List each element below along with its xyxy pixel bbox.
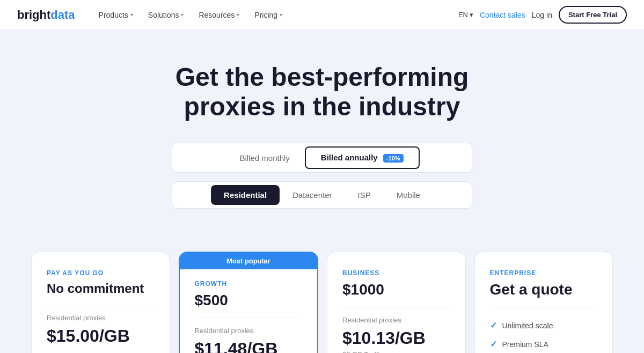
language-selector[interactable]: EN ▾	[458, 11, 473, 19]
chevron-down-icon: ▾	[237, 12, 239, 18]
plan-growth-label: GROWTH	[195, 280, 303, 288]
divider	[195, 318, 303, 318]
tab-billed-monthly[interactable]: Billed monthly	[224, 146, 304, 169]
nav-products[interactable]: Products ▾	[92, 8, 140, 23]
chevron-down-icon: ▾	[280, 12, 282, 18]
plan-growth-proxy-type: Residential proxies	[195, 327, 303, 335]
pricing-section: PAY AS YOU GO No commitment Residential …	[0, 252, 644, 353]
start-free-trial-nav-button[interactable]: Start Free Trial	[559, 6, 627, 24]
plan-business-price-per-gb: $10.13/GB	[342, 328, 450, 348]
plan-payg-price-per-gb: $15.00/GB	[47, 326, 155, 346]
plan-business-price: $1000	[342, 281, 450, 298]
chevron-down-icon: ▾	[470, 11, 473, 19]
plan-payg-proxy-type: Residential proxies	[47, 314, 155, 322]
tab-isp[interactable]: ISP	[345, 185, 384, 205]
divider	[490, 307, 598, 307]
plan-enterprise-price: Get a quote	[490, 281, 598, 298]
tab-billed-annually[interactable]: Billed annually -10%	[305, 146, 420, 169]
plan-payg-label: PAY AS YOU GO	[47, 269, 155, 277]
divider	[342, 307, 450, 307]
popular-badge: Most popular	[180, 253, 318, 269]
chevron-down-icon: ▾	[130, 12, 133, 18]
discount-badge: -10%	[383, 154, 404, 163]
tab-datacenter[interactable]: Datacenter	[280, 185, 345, 205]
plan-payg-price: No commitment	[47, 281, 155, 296]
divider	[47, 305, 155, 305]
tab-mobile[interactable]: Mobile	[384, 185, 433, 205]
feature-premium-sla: ✓ Premium SLA	[490, 335, 598, 353]
plan-business-label: BUSINESS	[342, 269, 450, 277]
logo-data: data	[50, 8, 75, 22]
contact-sales-link[interactable]: Contact sales	[480, 11, 525, 19]
nav-right: EN ▾ Contact sales Log in Start Free Tri…	[458, 6, 627, 24]
proxy-type-tabs: Residential Datacenter ISP Mobile	[172, 181, 472, 209]
check-icon: ✓	[490, 339, 497, 349]
plan-growth-price-per-gb: $11.48/GB	[195, 339, 303, 353]
hero-title: Get the best-performingproxies in the in…	[134, 62, 510, 121]
pricing-cards: PAY AS YOU GO No commitment Residential …	[27, 252, 617, 353]
logo-bright: bright	[17, 8, 50, 22]
tab-residential[interactable]: Residential	[211, 185, 280, 205]
feature-unlimited-scale: ✓ Unlimited scale	[490, 316, 598, 335]
check-icon: ✓	[490, 320, 497, 330]
logo[interactable]: bright data	[17, 8, 75, 22]
chevron-down-icon: ▾	[181, 12, 184, 18]
nav-pricing[interactable]: Pricing ▾	[248, 8, 289, 23]
plan-growth: Most popular GROWTH $500 Residential pro…	[179, 252, 319, 353]
plan-business: BUSINESS $1000 Residential proxies $10.1…	[327, 252, 466, 353]
billing-tabs: Billed monthly Billed annually -10%	[172, 143, 472, 173]
nav-resources[interactable]: Resources ▾	[192, 8, 246, 23]
nav-links: Products ▾ Solutions ▾ Resources ▾ Prici…	[92, 8, 458, 23]
navbar: bright data Products ▾ Solutions ▾ Resou…	[0, 0, 644, 30]
plan-business-proxy-type: Residential proxies	[342, 316, 450, 324]
plan-growth-price: $500	[195, 292, 303, 309]
hero-section: Get the best-performingproxies in the in…	[0, 30, 644, 252]
plan-enterprise: ENTERPRISE Get a quote ✓ Unlimited scale…	[474, 252, 613, 353]
login-button[interactable]: Log in	[532, 11, 552, 19]
plan-payg: PAY AS YOU GO No commitment Residential …	[31, 252, 170, 353]
enterprise-features: ✓ Unlimited scale ✓ Premium SLA ✓ Free P…	[490, 316, 598, 353]
plan-enterprise-label: ENTERPRISE	[490, 269, 598, 277]
plan-business-gb-traffic: 98 GB Traffic	[342, 350, 450, 353]
nav-solutions[interactable]: Solutions ▾	[142, 8, 191, 23]
